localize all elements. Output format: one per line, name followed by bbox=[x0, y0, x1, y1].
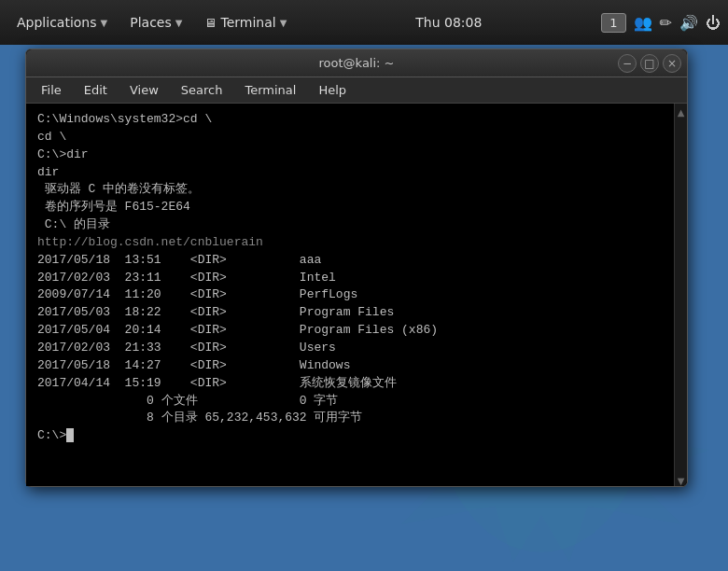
terminal-body: C:\Windows\system32>cd \cd \C:\>dirdir 驱… bbox=[26, 104, 687, 486]
places-arrow-icon: ▼ bbox=[175, 18, 183, 28]
terminal-line: 2017/02/03 23:11 <DIR> Intel bbox=[37, 270, 663, 287]
taskbar: Applications ▼ Places ▼ 🖥 Terminal ▼ Thu… bbox=[0, 0, 728, 45]
terminal-icon: 🖥 bbox=[204, 16, 217, 30]
terminal-line: 8 个目录 65,232,453,632 可用字节 bbox=[37, 410, 663, 427]
terminal-line: cd \ bbox=[37, 129, 663, 146]
terminal-menu[interactable]: 🖥 Terminal ▼ bbox=[195, 11, 296, 34]
menu-file[interactable]: File bbox=[34, 81, 69, 99]
terminal-label: Terminal bbox=[220, 15, 275, 30]
users-icon[interactable]: 👥 bbox=[634, 14, 652, 32]
terminal-line: 卷的序列号是 F615-2E64 bbox=[37, 199, 663, 216]
volume-icon[interactable]: 🔊 bbox=[679, 14, 698, 32]
terminal-line: dir bbox=[37, 164, 663, 182]
places-label: Places bbox=[130, 15, 172, 30]
desktop: root@kali: ~ − □ × File Edit View Search… bbox=[0, 45, 728, 571]
terminal-menubar: File Edit View Search Terminal Help bbox=[26, 77, 687, 104]
terminal-title: root@kali: ~ bbox=[319, 56, 395, 70]
clock: Thu 08:08 bbox=[300, 15, 597, 30]
taskbar-right: 1 👥 ✏ 🔊 ⏻ bbox=[601, 13, 721, 33]
places-menu[interactable]: Places ▼ bbox=[120, 11, 191, 34]
terminal-line: 2017/05/04 20:14 <DIR> Program Files (x8… bbox=[37, 322, 663, 340]
terminal-window: root@kali: ~ − □ × File Edit View Search… bbox=[25, 49, 688, 487]
terminal-scrollbar[interactable]: ▲ ▼ bbox=[674, 104, 687, 486]
terminal-line: 2017/05/18 13:51 <DIR> aaa bbox=[37, 252, 663, 270]
minimize-button[interactable]: − bbox=[618, 54, 637, 73]
settings-icon[interactable]: ✏ bbox=[660, 14, 672, 32]
scroll-up-icon[interactable]: ▲ bbox=[678, 107, 685, 118]
terminal-arrow-icon: ▼ bbox=[280, 18, 287, 28]
menu-view[interactable]: View bbox=[122, 81, 166, 99]
terminal-content[interactable]: C:\Windows\system32>cd \cd \C:\>dirdir 驱… bbox=[26, 104, 674, 486]
terminal-controls: − □ × bbox=[618, 54, 681, 73]
terminal-line: 2017/05/18 14:27 <DIR> Windows bbox=[37, 357, 663, 375]
terminal-line: C:\>dir bbox=[37, 146, 663, 164]
scroll-down-icon[interactable]: ▼ bbox=[678, 476, 685, 486]
terminal-line: 驱动器 C 中的卷没有标签。 bbox=[37, 181, 663, 199]
applications-menu[interactable]: Applications ▼ bbox=[7, 11, 117, 34]
menu-edit[interactable]: Edit bbox=[77, 81, 115, 99]
terminal-cursor bbox=[66, 428, 74, 442]
power-icon[interactable]: ⏻ bbox=[706, 14, 721, 32]
terminal-line: http://blog.csdn.net/cnbluerain bbox=[37, 234, 663, 252]
terminal-line: 2017/04/14 15:19 <DIR> 系统恢复镜像文件 bbox=[37, 375, 663, 393]
terminal-line: 2009/07/14 11:20 <DIR> PerfLogs bbox=[37, 286, 663, 304]
workspace-badge[interactable]: 1 bbox=[601, 13, 625, 33]
menu-terminal[interactable]: Terminal bbox=[237, 81, 303, 99]
close-button[interactable]: × bbox=[663, 54, 681, 73]
terminal-line: 2017/02/03 21:33 <DIR> Users bbox=[37, 340, 663, 357]
terminal-titlebar: root@kali: ~ − □ × bbox=[26, 49, 687, 77]
menu-search[interactable]: Search bbox=[174, 81, 231, 99]
terminal-line: C:\> bbox=[37, 427, 663, 445]
terminal-line: C:\Windows\system32>cd \ bbox=[37, 111, 663, 129]
applications-label: Applications bbox=[17, 15, 97, 30]
terminal-line: 2017/05/03 18:22 <DIR> Program Files bbox=[37, 304, 663, 322]
maximize-button[interactable]: □ bbox=[640, 54, 659, 73]
terminal-line: 0 个文件 0 字节 bbox=[37, 393, 663, 411]
applications-arrow-icon: ▼ bbox=[101, 18, 108, 28]
terminal-line: C:\ 的目录 bbox=[37, 216, 663, 234]
menu-help[interactable]: Help bbox=[311, 81, 354, 99]
